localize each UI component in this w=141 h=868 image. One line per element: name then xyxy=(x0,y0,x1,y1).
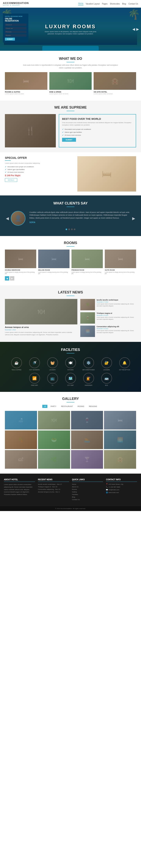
gallery-item-4[interactable]: 🛏 xyxy=(104,411,136,430)
footer-contact-info: CONTACT INFO 📍 123 Hotel Street, City 📞 … xyxy=(106,478,137,501)
gallery-item-10[interactable]: 🌿 xyxy=(38,450,70,469)
gallery-item-7[interactable]: 🏊 xyxy=(71,431,103,449)
room-card-3: 🛏 PREMIUM ROOM Lorem ipsum is simply dum… xyxy=(71,250,103,274)
filter-party[interactable]: PARTY xyxy=(49,405,58,408)
dot-3[interactable] xyxy=(71,228,73,230)
gallery-item-12[interactable]: 🏨 xyxy=(104,450,136,469)
facility-tv: 📺 TV xyxy=(45,373,60,386)
gallery-item-8[interactable]: 🌅 xyxy=(104,431,136,449)
gallery-item-6[interactable]: 🥗 xyxy=(38,431,70,449)
facility-ac: ❄️ AIR CONDITIONER xyxy=(81,358,96,371)
rooms-input[interactable] xyxy=(5,34,27,37)
check-item-1: ✔ Decorated room proper air conditioner xyxy=(62,128,133,130)
price-tag: $ 149 Per Night xyxy=(5,174,74,177)
footer-news-item-4[interactable]: Aenean tempus at urna - Nov 1 xyxy=(38,491,69,493)
room-card-4: 🛏 SUITE ROOM Lorem ipsum is simply dummy… xyxy=(105,250,136,274)
quick-link-7[interactable]: Contact Us xyxy=(72,499,103,500)
checkin-input[interactable] xyxy=(5,24,27,26)
news-item-1: 🌿 Iaculis iaculis scelerisque November 1… xyxy=(80,299,136,310)
facility-citymap: 🗺️ CITY MAP xyxy=(63,373,78,386)
quick-link-4[interactable]: Gallery xyxy=(72,491,103,493)
quick-link-1[interactable]: Home xyxy=(72,484,103,485)
supreme-section: WE ARE SUPREME 🍴 BEST FOOD OVER THE WORL… xyxy=(0,100,141,152)
rooms-prev-btn[interactable]: ◀ xyxy=(5,276,9,280)
contact-web: 🌐 www.hotel.com xyxy=(106,492,137,493)
facilities-grid: ☕ TEA & COFFEE 🚿 HOT SHOWERS 🧺 LAUNDRY 🍽… xyxy=(4,358,137,386)
gallery-grid: 🏖 🍽 🍷 🛏 🌴 🥗 🏊 🌅 🛋 🌿 🍸 🏨 xyxy=(5,411,136,469)
rooms-next-btn[interactable]: ▶ xyxy=(10,276,14,280)
nav-pages[interactable]: Pages xyxy=(102,3,107,5)
filter-regions[interactable]: REGIONS xyxy=(87,405,99,408)
prev-testimonial[interactable]: ◀ xyxy=(4,214,11,223)
facility-tea-coffee: ☕ TEA & COFFEE xyxy=(9,358,24,371)
filter-all[interactable]: All xyxy=(42,405,47,408)
prev-arrow[interactable]: ◀ xyxy=(132,27,135,31)
quick-link-2[interactable]: About Us xyxy=(72,486,103,488)
gallery-item-2[interactable]: 🍽 xyxy=(38,411,70,430)
special-offer-section: SPECIAL OFFER Lorem ipsum dolor sit amet… xyxy=(0,152,141,195)
facility-laundry: 🧺 LAUNDRY xyxy=(45,358,60,371)
nav-vacation[interactable]: Vacation Layout xyxy=(86,3,100,5)
gallery-section: GALLERY All PARTY RESTAURANT ROOMS REGIO… xyxy=(0,392,141,474)
news-main: 🍽 Aenean tempus at urna November 1 2014 … xyxy=(5,299,77,337)
supreme-submit-button[interactable]: SUBMIT xyxy=(62,138,76,142)
quick-link-5[interactable]: Facilities xyxy=(72,494,103,495)
facility-kitchen: 🍽️ KITCHEN xyxy=(63,358,78,371)
special-offer-text: SPECIAL OFFER Lorem ipsum dolor sit amet… xyxy=(5,156,74,182)
dot-4[interactable] xyxy=(74,228,75,230)
facilities-title: FACILITIES xyxy=(4,348,137,352)
news-main-desc: Lorem ipsum dolor sit amet consectetur a… xyxy=(5,331,77,336)
quick-link-3[interactable]: Rooms xyxy=(72,489,103,490)
gallery-item-5[interactable]: 🌴 xyxy=(5,431,37,449)
footer-news-item-2[interactable]: Tristique magna et - Nov 15 xyxy=(38,486,69,488)
news-main-meta: November 1 2014 xyxy=(5,329,77,331)
submit-button[interactable]: SUBMIT xyxy=(5,38,15,40)
check-item-3: ✔ 24 hours room services xyxy=(62,134,133,136)
hero-title: LUXURY ROOMS xyxy=(43,24,98,30)
facility-wifi: 📶 FREE WIFI xyxy=(27,373,42,386)
footer-quick-links: QUICK LINKS Home About Us Rooms Gallery … xyxy=(72,478,103,501)
gallery-filters: All PARTY RESTAURANT ROOMS REGIONS xyxy=(5,405,136,408)
testimonial-dots xyxy=(4,228,137,230)
nav-blog[interactable]: Blog xyxy=(122,3,126,5)
news-list: 🌿 Iaculis iaculis scelerisque November 1… xyxy=(80,299,136,337)
news-item-3: 🌅 Consectetur adipiscing elit November 1… xyxy=(80,326,136,337)
quick-link-6[interactable]: Blog xyxy=(72,496,103,498)
gallery-item-3[interactable]: 🍷 xyxy=(71,411,103,430)
logo: ACCOMMODATION HOTEL & RESORT xyxy=(3,2,29,6)
next-arrow[interactable]: ▶ xyxy=(136,27,139,31)
booking-box: HOTEL BOOKING NOW ONLINE RESERVATION SUB… xyxy=(3,13,28,42)
what-we-do-subtitle: Duis aute irure dolor in reprehenderit i… xyxy=(22,64,119,69)
room-card-2: 🛏 DELUXE ROOM Lorem ipsum is simply dumm… xyxy=(38,250,70,274)
copyright: © 2014 Accommodation. All rights reserve… xyxy=(4,508,137,509)
card-dining: 🍽 DINE & DRINK Lorem ipsum dolor sit ame… xyxy=(49,72,92,95)
facility-hairdrier: 💇 HAIRDRIER xyxy=(81,373,96,386)
nav-contact[interactable]: Contact Us xyxy=(129,3,138,5)
facility-hot-showers: 🚿 HOT SHOWERS xyxy=(27,358,42,371)
filter-restaurant[interactable]: RESTAURANT xyxy=(60,405,74,408)
rooms-navigation: ◀ ▶ xyxy=(5,276,136,280)
next-testimonial[interactable]: ▶ xyxy=(130,214,137,223)
dot-2[interactable] xyxy=(68,228,70,230)
testimonial-text: Curabitur vehicula vehicula ligula vitae… xyxy=(29,211,130,219)
nav-home[interactable]: Home xyxy=(78,2,83,5)
special-check-1: ✔ Decorated room proper air conditioner xyxy=(5,166,74,168)
gallery-item-1[interactable]: 🏖 xyxy=(5,411,37,430)
dot-1[interactable] xyxy=(66,228,67,230)
news-item-2: 🍷 Tristique magna et November 15 2014 Lo… xyxy=(80,312,136,323)
footer-news-item-1[interactable]: Iaculis iaculis scelerisque - Nov 17 xyxy=(38,484,69,485)
footer-news-item-3[interactable]: Consectetur adipiscing - Nov 13 xyxy=(38,489,69,490)
card-rooms: 🛏 ROOMS & SUITES Lorem ipsum dolor sit a… xyxy=(5,72,47,95)
nav-shortcodes[interactable]: Shortcodes xyxy=(110,3,120,5)
gallery-item-9[interactable]: 🛋 xyxy=(5,450,37,469)
checkout-input[interactable] xyxy=(5,27,27,30)
details-button[interactable]: DETAILS xyxy=(5,178,17,182)
gallery-item-11[interactable]: 🍸 xyxy=(71,450,103,469)
filter-rooms[interactable]: ROOMS xyxy=(76,405,86,408)
testimonials-title: WHAT CLIENTS SAY xyxy=(4,201,137,206)
persons-input[interactable] xyxy=(5,31,27,33)
supreme-image: 🍴 xyxy=(5,114,56,147)
room-card-1: 🛏 DOUBLE BEDROOM Lorem ipsum is simply d… xyxy=(5,250,36,274)
supreme-title: WE ARE SUPREME xyxy=(5,105,136,110)
news-title: LATEST NEWS xyxy=(5,290,136,294)
